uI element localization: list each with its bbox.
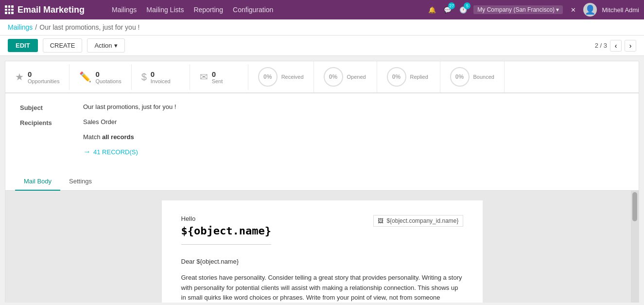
stat-opened[interactable]: 0% Opened xyxy=(314,61,377,92)
stat-opportunities[interactable]: ★ 0 Opportunities xyxy=(5,64,70,90)
records-count: 41 RECORD(S) xyxy=(93,148,138,156)
nav-mailing-lists[interactable]: Mailing Lists xyxy=(146,6,184,14)
close-icon[interactable]: ✕ xyxy=(568,4,578,15)
invoiced-count: 0 xyxy=(151,70,171,78)
action-button[interactable]: Action ▾ xyxy=(87,38,124,53)
records-link[interactable]: → 41 RECORD(S) xyxy=(83,147,138,156)
email-name-placeholder: ${object.name} xyxy=(181,225,271,245)
tab-mail-body[interactable]: Mail Body xyxy=(15,173,60,191)
bell-icon[interactable]: 🔔 xyxy=(427,4,437,15)
scrollbar-thumb xyxy=(632,192,637,221)
stat-replied[interactable]: 0% Replied xyxy=(377,61,440,92)
replied-circle: 0% xyxy=(387,67,406,87)
username: Mitchell Admi xyxy=(602,6,639,14)
company-selector[interactable]: My Company (San Francisco) ▾ xyxy=(473,5,563,14)
nav-mailings[interactable]: Mailings xyxy=(112,6,137,14)
pencil-icon: ✏️ xyxy=(79,71,91,83)
arrow-icon: → xyxy=(83,147,91,156)
prev-page-button[interactable]: ‹ xyxy=(610,40,622,52)
tabs-row: Mail Body Settings xyxy=(5,173,639,191)
quotations-count: 0 xyxy=(95,70,121,78)
bounced-label: Bounced xyxy=(473,74,494,80)
recipients-value: Sales Order xyxy=(83,118,117,126)
activity-icon[interactable]: 🕐 5 xyxy=(458,4,469,15)
stats-row: ★ 0 Opportunities ✏️ 0 Quotations $ 0 In… xyxy=(5,61,639,93)
stat-received[interactable]: 0% Received xyxy=(248,61,314,92)
breadcrumb: Mailings / Our last promotions, just for… xyxy=(0,19,644,36)
star-icon: ★ xyxy=(15,71,24,83)
main-content: ★ 0 Opportunities ✏️ 0 Quotations $ 0 In… xyxy=(0,56,644,303)
create-button[interactable]: CREATE xyxy=(43,38,83,53)
form-card: ★ 0 Opportunities ✏️ 0 Quotations $ 0 In… xyxy=(5,61,639,303)
match-text: Match all records xyxy=(83,133,134,141)
image-icon: 🖼 xyxy=(378,217,383,224)
records-row: → 41 RECORD(S) xyxy=(20,147,624,156)
chat-icon[interactable]: 💬 27 xyxy=(442,4,453,15)
email-company-logo: 🖼 ${object.company_id.name} xyxy=(373,215,463,227)
stat-quotations[interactable]: ✏️ 0 Quotations xyxy=(70,64,131,90)
opportunities-label: Opportunities xyxy=(28,78,59,84)
subject-value: Our last promotions, just for you ! xyxy=(83,103,176,110)
subject-label: Subject xyxy=(20,103,83,111)
app-name: Email Marketing xyxy=(17,5,85,15)
dollar-icon: $ xyxy=(141,72,147,83)
form-body: Subject Our last promotions, just for yo… xyxy=(5,93,639,173)
stat-invoiced[interactable]: $ 0 Invoiced xyxy=(132,64,190,90)
next-page-button[interactable]: › xyxy=(625,40,636,52)
topbar-right: 🔔 💬 27 🕐 5 My Company (San Francisco) ▾ … xyxy=(427,3,639,17)
email-body-text: Great stories have personality. Consider… xyxy=(181,273,463,303)
replied-label: Replied xyxy=(410,74,428,80)
subject-row: Subject Our last promotions, just for yo… xyxy=(20,103,624,111)
envelope-icon: ✉ xyxy=(200,71,208,83)
chat-badge: 27 xyxy=(448,2,455,9)
opened-label: Opened xyxy=(347,74,366,80)
nav-reporting[interactable]: Reporting xyxy=(193,6,223,14)
match-row: Match all records xyxy=(20,133,624,141)
pagination: 2 / 3 ‹ › xyxy=(595,40,636,52)
topbar: Email Marketing Mailings Mailing Lists R… xyxy=(0,0,644,19)
recipients-row: Recipients Sales Order xyxy=(20,118,624,126)
invoiced-label: Invoiced xyxy=(151,78,171,84)
chevron-down-icon: ▾ xyxy=(114,42,118,49)
opportunities-count: 0 xyxy=(28,70,59,78)
breadcrumb-current: Our last promotions, just for you ! xyxy=(39,23,139,31)
activity-badge: 5 xyxy=(464,2,470,9)
edit-button[interactable]: EDIT xyxy=(8,39,38,52)
email-preview: Hello ${object.name} 🖼 ${object.company_… xyxy=(162,200,483,303)
main-nav: Mailings Mailing Lists Reporting Configu… xyxy=(112,6,417,14)
quotations-label: Quotations xyxy=(95,78,121,84)
avatar[interactable]: 👤 xyxy=(583,3,597,17)
breadcrumb-separator: / xyxy=(35,23,37,31)
email-hello: Hello xyxy=(181,215,271,222)
nav-configuration[interactable]: Configuration xyxy=(233,6,273,14)
stat-bounced[interactable]: 0% Bounced xyxy=(440,61,505,92)
sent-count: 0 xyxy=(212,70,223,78)
received-circle: 0% xyxy=(258,67,278,87)
tab-settings[interactable]: Settings xyxy=(60,173,101,191)
email-dear: Dear ${object.name} xyxy=(181,257,463,267)
recipients-label: Recipients xyxy=(20,118,83,126)
app-logo: Email Marketing xyxy=(5,5,102,15)
stat-sent[interactable]: ✉ 0 Sent xyxy=(190,64,248,90)
bounced-circle: 0% xyxy=(450,67,470,87)
received-label: Received xyxy=(281,74,304,80)
toolbar: EDIT CREATE Action ▾ 2 / 3 ‹ › xyxy=(0,36,644,56)
mail-body-area: Hello ${object.name} 🖼 ${object.company_… xyxy=(5,191,639,303)
scrollbar[interactable] xyxy=(631,191,639,303)
breadcrumb-parent[interactable]: Mailings xyxy=(8,23,33,31)
pagination-text: 2 / 3 xyxy=(595,42,607,49)
opened-circle: 0% xyxy=(324,67,343,87)
apps-icon[interactable] xyxy=(5,5,14,14)
sent-label: Sent xyxy=(212,78,223,84)
